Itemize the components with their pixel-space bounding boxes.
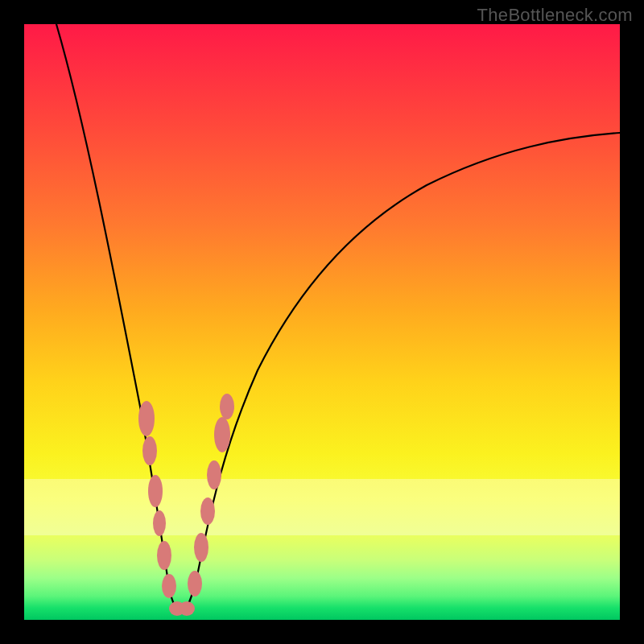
chart-frame: TheBottleneck.com <box>0 0 644 644</box>
pale-band-overlay <box>24 479 620 535</box>
marker-cluster-right <box>188 394 234 597</box>
svg-point-4 <box>157 541 171 570</box>
svg-point-2 <box>148 475 163 507</box>
watermark-text: TheBottleneck.com <box>477 5 633 26</box>
svg-point-3 <box>153 510 166 536</box>
svg-point-5 <box>162 574 176 598</box>
svg-point-8 <box>188 571 202 597</box>
marker-cluster-left <box>138 401 176 598</box>
bottleneck-curve <box>56 24 620 612</box>
svg-point-13 <box>220 394 234 419</box>
svg-point-12 <box>214 417 230 452</box>
svg-point-1 <box>142 436 157 465</box>
svg-point-11 <box>207 460 221 489</box>
svg-point-0 <box>138 401 155 436</box>
svg-point-7 <box>179 601 195 616</box>
marker-cluster-valley <box>169 601 195 616</box>
curve-svg <box>24 24 620 620</box>
plot-area <box>24 24 620 620</box>
svg-point-9 <box>194 533 208 562</box>
svg-point-6 <box>169 601 185 616</box>
svg-point-10 <box>200 497 215 525</box>
